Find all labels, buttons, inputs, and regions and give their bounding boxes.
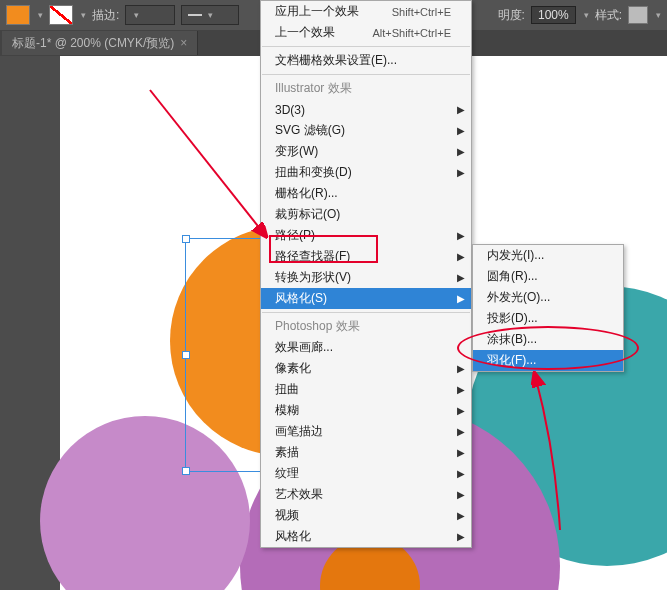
menu-item-3d[interactable]: 3D(3)▶ <box>261 99 471 120</box>
submenu-arrow-icon: ▶ <box>457 272 465 283</box>
submenu-arrow-icon: ▶ <box>457 531 465 542</box>
chevron-down-icon: ▾ <box>134 10 139 20</box>
submenu-arrow-icon: ▶ <box>457 405 465 416</box>
menu-item-transform[interactable]: 变形(W)▶ <box>261 141 471 162</box>
menu-item-label: 涂抹(B)... <box>487 331 537 348</box>
menu-item-brush-strokes[interactable]: 画笔描边▶ <box>261 421 471 442</box>
menu-item-scribble[interactable]: 涂抹(B)... <box>473 329 623 350</box>
menu-item-last-effect[interactable]: 上一个效果 Alt+Shift+Ctrl+E <box>261 22 471 43</box>
menu-item-label: 文档栅格效果设置(E)... <box>275 52 397 69</box>
menu-item-label: 效果画廊... <box>275 339 333 356</box>
menu-item-label: 3D(3) <box>275 103 305 117</box>
menu-item-label: 扭曲 <box>275 381 299 398</box>
submenu-arrow-icon: ▶ <box>457 468 465 479</box>
chevron-down-icon[interactable]: ▾ <box>584 10 589 20</box>
menu-item-label: SVG 滤镜(G) <box>275 122 345 139</box>
menu-item-label: 画笔描边 <box>275 423 323 440</box>
menu-item-video[interactable]: 视频▶ <box>261 505 471 526</box>
effects-menu: 应用上一个效果 Shift+Ctrl+E 上一个效果 Alt+Shift+Ctr… <box>260 0 472 548</box>
menu-item-sketch[interactable]: 素描▶ <box>261 442 471 463</box>
menu-item-round-corners[interactable]: 圆角(R)... <box>473 266 623 287</box>
menu-item-pixelate[interactable]: 像素化▶ <box>261 358 471 379</box>
chevron-down-icon: ▾ <box>208 10 213 20</box>
menu-item-drop-shadow[interactable]: 投影(D)... <box>473 308 623 329</box>
menu-item-svg-filter[interactable]: SVG 滤镜(G)▶ <box>261 120 471 141</box>
menu-item-texture[interactable]: 纹理▶ <box>261 463 471 484</box>
submenu-arrow-icon: ▶ <box>457 447 465 458</box>
menu-item-label: 素描 <box>275 444 299 461</box>
submenu-arrow-icon: ▶ <box>457 230 465 241</box>
menu-header-illustrator: Illustrator 效果 <box>261 78 471 99</box>
menu-item-apply-last-effect[interactable]: 应用上一个效果 Shift+Ctrl+E <box>261 1 471 22</box>
menu-item-label: 上一个效果 <box>275 24 335 41</box>
menu-item-blur[interactable]: 模糊▶ <box>261 400 471 421</box>
menu-item-label: 纹理 <box>275 465 299 482</box>
submenu-arrow-icon: ▶ <box>457 125 465 136</box>
submenu-arrow-icon: ▶ <box>457 167 465 178</box>
style-label: 样式: <box>595 7 622 24</box>
menu-item-outer-glow[interactable]: 外发光(O)... <box>473 287 623 308</box>
opacity-value[interactable]: 100% <box>531 6 576 24</box>
menu-item-label: 应用上一个效果 <box>275 3 359 20</box>
document-tab[interactable]: 标题-1* @ 200% (CMYK/预览) × <box>2 31 198 55</box>
menu-item-label: 裁剪标记(O) <box>275 206 340 223</box>
submenu-arrow-icon: ▶ <box>457 251 465 262</box>
submenu-arrow-icon: ▶ <box>457 146 465 157</box>
menu-header-label: Photoshop 效果 <box>275 318 360 335</box>
menu-item-label: 扭曲和变换(D) <box>275 164 352 181</box>
chevron-down-icon[interactable]: ▾ <box>656 10 661 20</box>
menu-item-label: 内发光(I)... <box>487 247 544 264</box>
menu-item-label: 模糊 <box>275 402 299 419</box>
close-icon[interactable]: × <box>180 37 187 49</box>
menu-item-distort-ps[interactable]: 扭曲▶ <box>261 379 471 400</box>
separator <box>262 46 470 47</box>
menu-item-pathfinder[interactable]: 路径查找器(F)▶ <box>261 246 471 267</box>
menu-item-label: 栅格化(R)... <box>275 185 338 202</box>
menu-item-feather[interactable]: 羽化(F)... <box>473 350 623 371</box>
menu-item-label: 路径(P) <box>275 227 315 244</box>
chevron-down-icon[interactable]: ▾ <box>38 10 43 20</box>
menu-item-artistic[interactable]: 艺术效果▶ <box>261 484 471 505</box>
menu-item-label: 像素化 <box>275 360 311 377</box>
submenu-arrow-icon: ▶ <box>457 426 465 437</box>
style-swatch[interactable] <box>628 6 648 24</box>
submenu-arrow-icon: ▶ <box>457 510 465 521</box>
menu-item-label: 视频 <box>275 507 299 524</box>
stroke-swatch[interactable] <box>49 5 73 25</box>
menu-item-crop-marks[interactable]: 裁剪标记(O) <box>261 204 471 225</box>
resize-handle[interactable] <box>182 235 190 243</box>
resize-handle[interactable] <box>182 467 190 475</box>
menu-item-label: 路径查找器(F) <box>275 248 350 265</box>
menu-item-label: 风格化 <box>275 528 311 545</box>
submenu-arrow-icon: ▶ <box>457 363 465 374</box>
menu-item-rasterize[interactable]: 栅格化(R)... <box>261 183 471 204</box>
menu-item-label: 羽化(F)... <box>487 352 536 369</box>
submenu-arrow-icon: ▶ <box>457 104 465 115</box>
menu-item-stylize-ps[interactable]: 风格化▶ <box>261 526 471 547</box>
menu-item-label: 外发光(O)... <box>487 289 550 306</box>
menu-item-path[interactable]: 路径(P)▶ <box>261 225 471 246</box>
submenu-arrow-icon: ▶ <box>457 384 465 395</box>
menu-item-label: 风格化(S) <box>275 290 327 307</box>
separator <box>262 312 470 313</box>
menu-header-photoshop: Photoshop 效果 <box>261 316 471 337</box>
resize-handle[interactable] <box>182 351 190 359</box>
menu-item-distort[interactable]: 扭曲和变换(D)▶ <box>261 162 471 183</box>
stroke-weight-combo[interactable]: ▾ <box>125 5 175 25</box>
chevron-down-icon[interactable]: ▾ <box>81 10 86 20</box>
menu-item-label: 转换为形状(V) <box>275 269 351 286</box>
brush-stroke-icon <box>188 14 202 16</box>
menu-item-label: 圆角(R)... <box>487 268 538 285</box>
stroke-label: 描边: <box>92 7 119 24</box>
fill-swatch[interactable] <box>6 5 30 25</box>
brush-combo[interactable]: ▾ <box>181 5 239 25</box>
menu-item-fx-gallery[interactable]: 效果画廊... <box>261 337 471 358</box>
menu-item-grid-settings[interactable]: 文档栅格效果设置(E)... <box>261 50 471 71</box>
menu-item-stylize-ai[interactable]: 风格化(S)▶ <box>261 288 471 309</box>
shortcut-text: Shift+Ctrl+E <box>392 6 451 18</box>
stylize-submenu: 内发光(I)... 圆角(R)... 外发光(O)... 投影(D)... 涂抹… <box>472 244 624 372</box>
menu-item-convert-shape[interactable]: 转换为形状(V)▶ <box>261 267 471 288</box>
menu-item-inner-glow[interactable]: 内发光(I)... <box>473 245 623 266</box>
separator <box>262 74 470 75</box>
opacity-label: 明度: <box>498 7 525 24</box>
